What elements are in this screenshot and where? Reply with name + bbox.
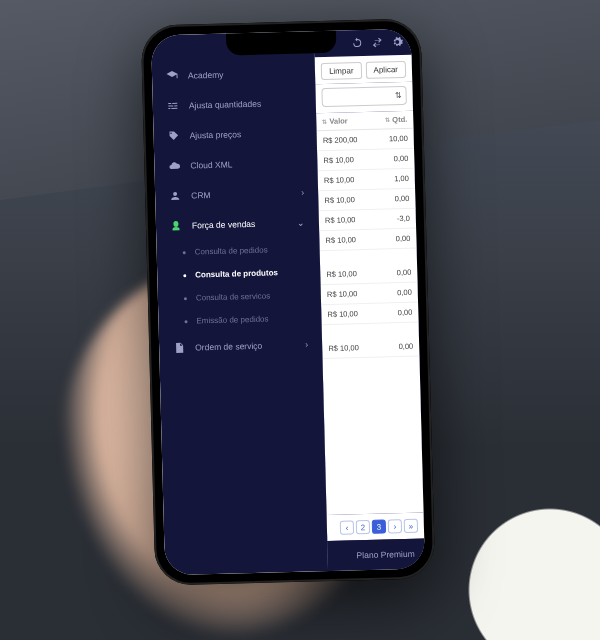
cell-valor: R$ 10,00 — [327, 308, 386, 319]
cell-valor: R$ 10,00 — [327, 288, 386, 299]
products-table: ⇅Valor ⇅Qtd. R$ 200,0010,00R$ 10,000,00R… — [316, 111, 423, 515]
sidebar-item-label: Academy — [188, 68, 301, 81]
cell-qtd: -3,0 — [384, 214, 410, 224]
col-valor[interactable]: Valor — [329, 116, 348, 125]
phone-frame: Academy Ajusta quantidades Ajusta preços… — [141, 18, 436, 585]
cell-qtd: 0,00 — [387, 342, 413, 352]
settings-icon[interactable] — [391, 36, 403, 48]
footer: Plano Premium — [327, 539, 425, 572]
sidebar-drawer: Academy Ajusta quantidades Ajusta preços… — [151, 31, 328, 575]
table-row[interactable]: R$ 10,000,00 — [318, 189, 415, 212]
cell-valor: R$ 10,00 — [324, 194, 383, 205]
filter-select[interactable]: ⇅ — [322, 86, 407, 107]
cell-qtd: 1,00 — [383, 174, 409, 184]
cell-valor: R$ 10,00 — [326, 268, 385, 279]
cell-valor: R$ 10,00 — [328, 342, 387, 353]
page-›[interactable]: › — [388, 519, 402, 533]
cell-qtd: 0,00 — [385, 268, 411, 278]
submenu-forca-de-vendas: Consulta de pedidos Consulta de produtos… — [156, 237, 321, 333]
sidebar-item-label: Força de vendas — [192, 218, 287, 230]
table-row[interactable]: R$ 10,000,00 — [320, 263, 417, 286]
sidebar-item-cloud-xml[interactable]: Cloud XML — [154, 147, 318, 181]
person-icon — [169, 190, 181, 202]
table-row[interactable]: R$ 10,000,00 — [321, 303, 418, 326]
cell-valor: R$ 10,00 — [324, 174, 383, 185]
clear-button[interactable]: Limpar — [321, 62, 362, 80]
page-»[interactable]: » — [404, 519, 418, 533]
tag-icon — [167, 130, 179, 142]
cell-qtd: 10,00 — [382, 134, 408, 144]
sidebar-item-label: Ajusta preços — [189, 128, 302, 141]
filter-actions: Limpar Aplicar — [315, 55, 413, 85]
table-row[interactable]: R$ 10,000,00 — [321, 283, 418, 306]
sidebar-item-academy[interactable]: Academy — [152, 57, 316, 91]
sort-icon[interactable]: ⇅ — [385, 117, 390, 123]
sidebar-item-forca-de-vendas[interactable]: Força de vendas ⌄ — [156, 207, 320, 241]
filter-row: ⇅ — [315, 82, 413, 114]
page-2[interactable]: 2 — [356, 520, 370, 534]
sidebar-item-label: Ordem de serviço — [195, 340, 295, 353]
academy-icon — [166, 70, 178, 82]
page-‹[interactable]: ‹ — [340, 520, 354, 534]
table-row[interactable]: R$ 200,0010,00 — [317, 129, 414, 152]
sort-icon[interactable]: ⇅ — [322, 119, 327, 125]
sidebar-item-label: Cloud XML — [190, 158, 303, 171]
pagination: ‹23›» — [327, 513, 425, 542]
sidebar-item-ajusta-precos[interactable]: Ajusta preços — [153, 117, 317, 151]
col-qtd[interactable]: Qtd. — [392, 115, 407, 124]
table-row[interactable]: R$ 10,000,00 — [322, 337, 419, 360]
chevron-right-icon: › — [301, 188, 304, 198]
cell-qtd: 0,00 — [384, 234, 410, 244]
chevron-right-icon: › — [305, 339, 308, 349]
plan-label: Plano Premium — [356, 549, 414, 561]
cell-qtd: 0,00 — [382, 154, 408, 164]
cell-valor: R$ 10,00 — [325, 234, 384, 245]
transfer-icon[interactable] — [371, 36, 383, 48]
sidebar-item-crm[interactable]: CRM › — [155, 177, 319, 211]
apply-button[interactable]: Aplicar — [365, 61, 406, 79]
cell-valor: R$ 200,00 — [323, 134, 382, 145]
select-caret-icon: ⇅ — [395, 91, 402, 100]
cell-valor: R$ 10,00 — [325, 214, 384, 225]
submenu-emissao-pedidos[interactable]: Emissão de pedidos — [188, 306, 322, 332]
doc-icon — [173, 342, 185, 354]
sidebar-item-ordem-servico[interactable]: Ordem de serviço › — [159, 329, 323, 363]
cell-qtd: 0,00 — [383, 194, 409, 204]
phone-notch — [226, 31, 337, 56]
refresh-icon[interactable] — [351, 37, 363, 49]
cell-qtd: 0,00 — [386, 308, 412, 318]
cloud-icon — [168, 160, 180, 172]
sidebar-item-ajusta-quantidades[interactable]: Ajusta quantidades — [152, 87, 316, 121]
handshake-icon — [170, 220, 182, 232]
table-row[interactable]: R$ 10,000,00 — [317, 149, 414, 172]
sliders-icon — [167, 100, 179, 112]
table-row[interactable]: R$ 10,00-3,0 — [319, 209, 416, 232]
page-3[interactable]: 3 — [372, 520, 386, 534]
chevron-down-icon: ⌄ — [297, 218, 305, 228]
sidebar-item-label: CRM — [191, 188, 291, 201]
sidebar-item-label: Ajusta quantidades — [189, 98, 302, 111]
cell-qtd: 0,00 — [386, 288, 412, 298]
table-row[interactable]: R$ 10,000,00 — [319, 229, 416, 252]
cell-valor: R$ 10,00 — [323, 154, 382, 165]
content-pane: Limpar Aplicar ⇅ ⇅Valor ⇅Qtd. R$ 200,001… — [314, 29, 425, 571]
table-row[interactable]: R$ 10,001,00 — [318, 169, 415, 192]
